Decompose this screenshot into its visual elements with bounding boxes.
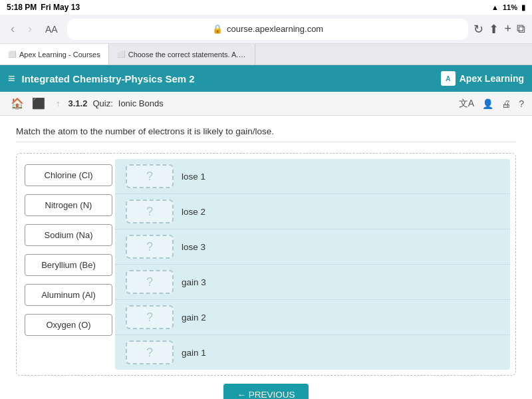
quiz-number: 3.1.2 — [68, 98, 88, 108]
drop-zone-2[interactable]: ? — [126, 200, 174, 223]
apex-logo: A Apex Learning — [441, 71, 524, 86]
match-label-3: lose 3 — [182, 242, 205, 252]
element-oxygen[interactable]: Oxygen (O) — [25, 314, 112, 336]
right-column: ? lose 1 ? lose 2 ? lose 3 ? gain — [115, 159, 510, 370]
quiz-name: Ionic Bonds — [118, 98, 164, 108]
date: Fri May 13 — [41, 3, 80, 12]
apex-logo-text: Apex Learning — [460, 73, 524, 84]
main-content: Match the atom to the number of electron… — [0, 116, 532, 399]
course-header: ≡ Integrated Chemistry-Physics Sem 2 A A… — [0, 65, 532, 92]
match-row-3: ? lose 3 — [115, 229, 510, 265]
tab-2-icon: ⬜ — [117, 51, 125, 58]
tab-2[interactable]: ⬜ Choose the correct statements. A. Elem… — [109, 44, 255, 65]
translate-button[interactable]: 文A — [459, 98, 474, 110]
match-row-1: ? lose 1 — [115, 159, 510, 194]
refresh-button[interactable]: ↻ — [473, 22, 483, 37]
element-nitrogen[interactable]: Nitrogen (N) — [25, 194, 112, 216]
battery-icon: ▮ — [521, 3, 525, 12]
drop-zone-5[interactable]: ? — [126, 305, 174, 329]
accessibility-button[interactable]: 👤 — [482, 98, 493, 109]
wifi-icon: ▲ — [491, 3, 499, 11]
match-label-6: gain 1 — [182, 348, 206, 358]
nav-separator: ↑ — [56, 98, 61, 108]
match-label-2: lose 2 — [182, 207, 205, 217]
bottom-bar: ← PREVIOUS — [16, 376, 516, 399]
tab-1-label: Apex Learning - Courses — [19, 51, 100, 59]
element-sodium[interactable]: Sodium (Na) — [25, 224, 112, 246]
match-row-4: ? gain 3 — [115, 265, 510, 300]
url-text: course.apexlearning.com — [227, 24, 323, 34]
browser-actions: ↻ ⬆ + ⧉ — [473, 22, 525, 37]
battery-percent: 11% — [503, 3, 517, 11]
quiz-label: 3.1.2 Quiz: Ionic Bonds — [68, 98, 164, 108]
apex-logo-icon: A — [441, 71, 456, 86]
time: 5:18 PM — [7, 3, 37, 12]
url-bar[interactable]: 🔒 course.apexlearning.com — [67, 19, 469, 40]
status-bar-right: ▲ 11% ▮ — [491, 3, 525, 12]
drop-zone-3[interactable]: ? — [126, 235, 174, 259]
sub-header-right: 文A 👤 🖨 ? — [459, 98, 524, 110]
url-lock-icon: 🔒 — [212, 24, 223, 34]
drop-zone-4[interactable]: ? — [126, 270, 174, 294]
course-title: Integrated Chemistry-Physics Sem 2 — [22, 73, 195, 84]
course-header-left: ≡ Integrated Chemistry-Physics Sem 2 — [8, 72, 195, 86]
element-beryllium[interactable]: Beryllium (Be) — [25, 254, 112, 276]
tab-2-label: Choose the correct statements. A. Elemen… — [128, 51, 247, 59]
element-aluminum[interactable]: Aluminum (Al) — [25, 284, 112, 306]
quiz-type-label: Quiz: — [92, 98, 112, 108]
share-button[interactable]: ⬆ — [489, 22, 499, 37]
left-column: Chlorine (Cl) Nitrogen (N) Sodium (Na) B… — [22, 159, 115, 370]
previous-button[interactable]: ← PREVIOUS — [223, 384, 308, 399]
bookmark-button[interactable]: ⬛ — [29, 96, 48, 111]
match-label-1: lose 1 — [182, 172, 205, 182]
status-bar: 5:18 PM Fri May 13 ▲ 11% ▮ — [0, 0, 532, 15]
help-button[interactable]: ? — [519, 98, 524, 109]
element-chlorine[interactable]: Chlorine (Cl) — [25, 164, 112, 186]
match-container: Chlorine (Cl) Nitrogen (N) Sodium (Na) B… — [16, 153, 516, 376]
question-text: Match the atom to the number of electron… — [16, 126, 516, 142]
match-row-2: ? lose 2 — [115, 194, 510, 229]
match-label-5: gain 2 — [182, 313, 206, 323]
drop-zone-6[interactable]: ? — [126, 340, 174, 364]
tab-1-icon: ⬜ — [8, 51, 16, 58]
forward-button[interactable]: › — [24, 21, 36, 37]
tabs-button[interactable]: ⧉ — [517, 22, 525, 36]
sub-header-nav: 🏠 ⬛ — [8, 96, 48, 111]
menu-icon[interactable]: ≡ — [8, 72, 15, 86]
match-label-4: gain 3 — [182, 277, 206, 287]
home-button[interactable]: 🏠 — [8, 96, 27, 111]
drop-zone-1[interactable]: ? — [126, 164, 174, 188]
browser-chrome: ‹ › AA 🔒 course.apexlearning.com ↻ ⬆ + ⧉ — [0, 15, 532, 44]
new-tab-button[interactable]: + — [504, 22, 511, 36]
sub-header-left: 🏠 ⬛ ↑ 3.1.2 Quiz: Ionic Bonds — [8, 96, 164, 111]
print-button[interactable]: 🖨 — [501, 98, 511, 109]
sub-header: 🏠 ⬛ ↑ 3.1.2 Quiz: Ionic Bonds 文A 👤 🖨 ? — [0, 92, 532, 116]
tab-1[interactable]: ⬜ Apex Learning - Courses — [0, 44, 109, 65]
match-row-6: ? gain 1 — [115, 335, 510, 370]
back-button[interactable]: ‹ — [7, 21, 19, 37]
tab-bar: ⬜ Apex Learning - Courses ⬜ Choose the c… — [0, 44, 532, 65]
status-bar-left: 5:18 PM Fri May 13 — [7, 3, 80, 12]
reader-mode-button[interactable]: AA — [41, 23, 62, 36]
match-row-5: ? gain 2 — [115, 300, 510, 335]
